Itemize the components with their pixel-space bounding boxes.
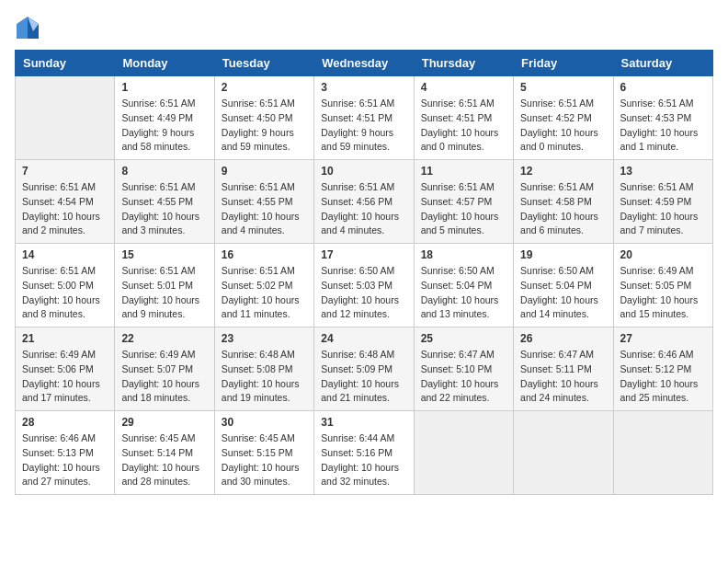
day-number: 8 (121, 165, 207, 178)
calendar-day-cell: 1Sunrise: 6:51 AMSunset: 4:49 PMDaylight… (115, 76, 214, 160)
calendar-table: SundayMondayTuesdayWednesdayThursdayFrid… (15, 50, 713, 495)
logo-icon (15, 15, 40, 40)
day-number: 13 (620, 165, 706, 178)
day-info: Sunrise: 6:44 AMSunset: 5:16 PMDaylight:… (321, 431, 406, 489)
calendar-day-cell: 6Sunrise: 6:51 AMSunset: 4:53 PMDaylight… (613, 76, 712, 160)
day-number: 30 (222, 416, 307, 429)
day-number: 29 (121, 416, 207, 429)
calendar-day-header: Wednesday (314, 51, 414, 76)
day-number: 2 (222, 81, 307, 94)
day-number: 5 (520, 81, 606, 94)
day-info: Sunrise: 6:51 AMSunset: 4:49 PMDaylight:… (121, 97, 207, 155)
calendar-day-cell: 22Sunrise: 6:49 AMSunset: 5:07 PMDayligh… (115, 327, 214, 411)
calendar-day-cell (514, 411, 613, 495)
day-info: Sunrise: 6:46 AMSunset: 5:13 PMDaylight:… (22, 431, 108, 489)
day-number: 3 (321, 81, 406, 94)
day-info: Sunrise: 6:51 AMSunset: 5:01 PMDaylight:… (121, 264, 207, 322)
day-info: Sunrise: 6:51 AMSunset: 4:56 PMDaylight:… (321, 180, 406, 238)
day-number: 10 (321, 165, 406, 178)
calendar-day-cell: 16Sunrise: 6:51 AMSunset: 5:02 PMDayligh… (214, 244, 313, 327)
calendar-week-row: 7Sunrise: 6:51 AMSunset: 4:54 PMDaylight… (16, 160, 713, 244)
day-number: 15 (121, 248, 207, 261)
day-number: 21 (22, 332, 108, 345)
day-number: 9 (222, 165, 307, 178)
day-info: Sunrise: 6:51 AMSunset: 5:00 PMDaylight:… (22, 264, 108, 322)
logo (15, 15, 42, 40)
svg-marker-1 (17, 17, 28, 39)
day-info: Sunrise: 6:50 AMSunset: 5:03 PMDaylight:… (321, 264, 406, 322)
day-number: 31 (321, 416, 406, 429)
day-number: 22 (121, 332, 207, 345)
calendar-day-cell: 23Sunrise: 6:48 AMSunset: 5:08 PMDayligh… (214, 327, 313, 411)
day-number: 27 (620, 332, 706, 345)
calendar-day-header: Monday (115, 51, 214, 76)
calendar-day-cell: 19Sunrise: 6:50 AMSunset: 5:04 PMDayligh… (514, 244, 613, 327)
day-info: Sunrise: 6:51 AMSunset: 4:55 PMDaylight:… (121, 180, 207, 238)
day-number: 4 (421, 81, 506, 94)
day-info: Sunrise: 6:51 AMSunset: 4:51 PMDaylight:… (421, 97, 506, 155)
calendar-week-row: 14Sunrise: 6:51 AMSunset: 5:00 PMDayligh… (16, 244, 713, 327)
day-info: Sunrise: 6:46 AMSunset: 5:12 PMDaylight:… (620, 348, 706, 406)
day-number: 7 (22, 165, 108, 178)
day-info: Sunrise: 6:47 AMSunset: 5:11 PMDaylight:… (520, 348, 606, 406)
calendar-day-cell (613, 411, 712, 495)
day-number: 11 (421, 165, 506, 178)
calendar-day-cell: 27Sunrise: 6:46 AMSunset: 5:12 PMDayligh… (613, 327, 712, 411)
day-info: Sunrise: 6:48 AMSunset: 5:08 PMDaylight:… (222, 348, 307, 406)
calendar-day-cell: 3Sunrise: 6:51 AMSunset: 4:51 PMDaylight… (314, 76, 414, 160)
day-number: 14 (22, 248, 108, 261)
day-info: Sunrise: 6:51 AMSunset: 4:55 PMDaylight:… (222, 180, 307, 238)
day-number: 25 (421, 332, 506, 345)
day-number: 16 (222, 248, 307, 261)
day-info: Sunrise: 6:45 AMSunset: 5:14 PMDaylight:… (121, 431, 207, 489)
calendar-day-cell: 30Sunrise: 6:45 AMSunset: 5:15 PMDayligh… (214, 411, 313, 495)
calendar-day-cell: 17Sunrise: 6:50 AMSunset: 5:03 PMDayligh… (314, 244, 414, 327)
calendar-day-header: Thursday (414, 51, 513, 76)
calendar-day-cell: 7Sunrise: 6:51 AMSunset: 4:54 PMDaylight… (16, 160, 115, 244)
calendar-day-cell: 29Sunrise: 6:45 AMSunset: 5:14 PMDayligh… (115, 411, 214, 495)
day-info: Sunrise: 6:50 AMSunset: 5:04 PMDaylight:… (421, 264, 506, 322)
day-info: Sunrise: 6:51 AMSunset: 5:02 PMDaylight:… (222, 264, 307, 322)
day-info: Sunrise: 6:51 AMSunset: 4:54 PMDaylight:… (22, 180, 108, 238)
calendar-day-cell: 4Sunrise: 6:51 AMSunset: 4:51 PMDaylight… (414, 76, 513, 160)
day-number: 12 (520, 165, 606, 178)
calendar-day-cell: 25Sunrise: 6:47 AMSunset: 5:10 PMDayligh… (414, 327, 513, 411)
calendar-header-row: SundayMondayTuesdayWednesdayThursdayFrid… (16, 51, 713, 76)
calendar-day-cell: 8Sunrise: 6:51 AMSunset: 4:55 PMDaylight… (115, 160, 214, 244)
calendar-day-cell: 24Sunrise: 6:48 AMSunset: 5:09 PMDayligh… (314, 327, 414, 411)
day-info: Sunrise: 6:51 AMSunset: 4:51 PMDaylight:… (321, 97, 406, 155)
calendar-week-row: 21Sunrise: 6:49 AMSunset: 5:06 PMDayligh… (16, 327, 713, 411)
day-number: 23 (222, 332, 307, 345)
calendar-day-header: Sunday (16, 51, 115, 76)
calendar-day-cell: 31Sunrise: 6:44 AMSunset: 5:16 PMDayligh… (314, 411, 414, 495)
calendar-day-cell: 18Sunrise: 6:50 AMSunset: 5:04 PMDayligh… (414, 244, 513, 327)
calendar-day-cell: 11Sunrise: 6:51 AMSunset: 4:57 PMDayligh… (414, 160, 513, 244)
day-info: Sunrise: 6:47 AMSunset: 5:10 PMDaylight:… (421, 348, 506, 406)
calendar-day-cell (16, 76, 115, 160)
calendar-day-cell: 2Sunrise: 6:51 AMSunset: 4:50 PMDaylight… (214, 76, 313, 160)
day-number: 28 (22, 416, 108, 429)
page-header (15, 15, 713, 40)
day-number: 6 (620, 81, 706, 94)
day-info: Sunrise: 6:51 AMSunset: 4:53 PMDaylight:… (620, 97, 706, 155)
calendar-day-cell: 9Sunrise: 6:51 AMSunset: 4:55 PMDaylight… (214, 160, 313, 244)
calendar-day-cell: 10Sunrise: 6:51 AMSunset: 4:56 PMDayligh… (314, 160, 414, 244)
day-info: Sunrise: 6:51 AMSunset: 4:50 PMDaylight:… (222, 97, 307, 155)
calendar-day-cell: 28Sunrise: 6:46 AMSunset: 5:13 PMDayligh… (16, 411, 115, 495)
day-info: Sunrise: 6:49 AMSunset: 5:07 PMDaylight:… (121, 348, 207, 406)
day-info: Sunrise: 6:50 AMSunset: 5:04 PMDaylight:… (520, 264, 606, 322)
day-number: 18 (421, 248, 506, 261)
day-number: 20 (620, 248, 706, 261)
day-number: 19 (520, 248, 606, 261)
calendar-day-cell: 21Sunrise: 6:49 AMSunset: 5:06 PMDayligh… (16, 327, 115, 411)
calendar-week-row: 28Sunrise: 6:46 AMSunset: 5:13 PMDayligh… (16, 411, 713, 495)
calendar-day-header: Saturday (613, 51, 712, 76)
day-info: Sunrise: 6:49 AMSunset: 5:05 PMDaylight:… (620, 264, 706, 322)
calendar-day-header: Tuesday (214, 51, 313, 76)
day-number: 26 (520, 332, 606, 345)
day-number: 1 (121, 81, 207, 94)
calendar-day-cell: 15Sunrise: 6:51 AMSunset: 5:01 PMDayligh… (115, 244, 214, 327)
calendar-day-cell: 5Sunrise: 6:51 AMSunset: 4:52 PMDaylight… (514, 76, 613, 160)
day-info: Sunrise: 6:51 AMSunset: 4:59 PMDaylight:… (620, 180, 706, 238)
calendar-week-row: 1Sunrise: 6:51 AMSunset: 4:49 PMDaylight… (16, 76, 713, 160)
